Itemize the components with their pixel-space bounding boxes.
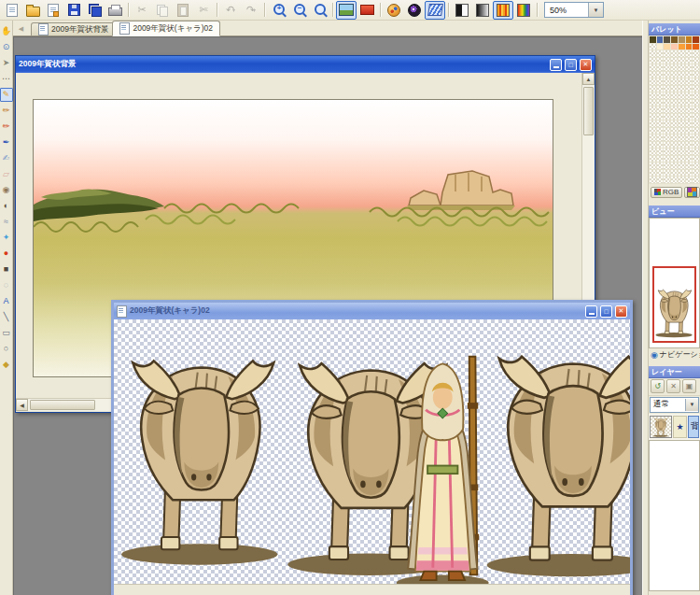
palette-empty-cell[interactable] xyxy=(664,128,670,135)
palette-swatch[interactable] xyxy=(664,44,670,50)
palette-empty-cell[interactable] xyxy=(650,142,656,149)
save-all-button[interactable] xyxy=(84,1,105,20)
save-button[interactable] xyxy=(63,1,84,20)
palette-empty-cell[interactable] xyxy=(679,170,685,177)
palette-empty-cell[interactable] xyxy=(650,170,656,177)
palette-empty-cell[interactable] xyxy=(671,149,678,155)
delete-layer-button[interactable]: ✕ xyxy=(666,379,680,393)
palette-empty-cell[interactable] xyxy=(664,156,670,163)
palette-empty-cell[interactable] xyxy=(657,170,664,177)
palette-empty-cell[interactable] xyxy=(686,86,693,92)
blend-mode-select[interactable]: 通常 ▼ xyxy=(650,397,699,413)
palette-empty-cell[interactable] xyxy=(657,92,664,99)
palette-swatch[interactable] xyxy=(679,44,685,50)
palette-empty-cell[interactable] xyxy=(664,163,670,169)
eraser-tool[interactable]: ▱ xyxy=(0,167,13,181)
palette-empty-cell[interactable] xyxy=(686,163,693,169)
palette-empty-cell[interactable] xyxy=(664,170,670,177)
palette-swatch[interactable] xyxy=(657,36,664,43)
palette-empty-cell[interactable] xyxy=(664,120,670,127)
dodge-tool[interactable]: ◐ xyxy=(0,199,13,213)
hand-tool[interactable]: ✋ xyxy=(0,24,13,38)
pen-tool[interactable]: ✎ xyxy=(0,88,13,102)
palette-empty-cell[interactable] xyxy=(657,156,664,163)
palette-empty-cell[interactable] xyxy=(664,106,670,113)
select-tool[interactable]: ➤ xyxy=(0,56,13,70)
minimize-button[interactable] xyxy=(550,59,562,71)
panel-splitter[interactable] xyxy=(642,21,649,595)
scroll-up-icon[interactable]: ▲ xyxy=(582,73,595,85)
palette-empty-cell[interactable] xyxy=(671,177,678,183)
palette-empty-cell[interactable] xyxy=(686,72,693,78)
palette-empty-cell[interactable] xyxy=(664,86,670,92)
palette-empty-cell[interactable] xyxy=(686,114,693,120)
palette-empty-cell[interactable] xyxy=(679,58,685,64)
new-document-button[interactable] xyxy=(2,1,22,20)
new-from-clipboard-button[interactable] xyxy=(43,1,63,20)
palette-empty-cell[interactable] xyxy=(686,106,693,113)
palette-empty-cell[interactable] xyxy=(664,50,670,57)
fill-tool[interactable]: ◆ xyxy=(0,358,13,372)
palette-swatch[interactable] xyxy=(650,44,656,50)
palette-panel-header[interactable]: パレット xyxy=(649,23,700,35)
tab-chara[interactable]: 2009年賀状(キャラ)02 xyxy=(112,21,220,36)
zoom-combobox[interactable]: 50% ▼ xyxy=(544,2,604,18)
view-red-toggle[interactable] xyxy=(357,1,377,20)
maximize-button[interactable]: □ xyxy=(565,59,577,71)
palette-empty-cell[interactable] xyxy=(657,100,664,106)
palette-empty-cell[interactable] xyxy=(679,86,685,92)
palette-empty-cell[interactable] xyxy=(650,149,656,155)
palette-empty-cell[interactable] xyxy=(657,114,664,120)
palette-empty-cell[interactable] xyxy=(650,177,656,183)
zoom-out-button[interactable]: − xyxy=(288,1,309,20)
palette-empty-cell[interactable] xyxy=(693,149,699,155)
vscroll-thumb[interactable] xyxy=(583,87,594,135)
minimize-button[interactable] xyxy=(585,305,597,318)
palette-empty-cell[interactable] xyxy=(650,156,656,163)
palette-empty-cell[interactable] xyxy=(679,92,685,99)
palette-empty-cell[interactable] xyxy=(693,92,699,99)
palette-empty-cell[interactable] xyxy=(671,92,678,99)
palette-empty-cell[interactable] xyxy=(679,149,685,155)
palette-empty-cell[interactable] xyxy=(664,72,670,78)
palette-empty-cell[interactable] xyxy=(650,100,656,106)
palette-empty-cell[interactable] xyxy=(679,177,685,183)
ellipse-tool[interactable]: ○ xyxy=(0,342,13,356)
palette-empty-cell[interactable] xyxy=(664,100,670,106)
palette-swatch[interactable] xyxy=(679,36,685,43)
open-button[interactable] xyxy=(22,1,43,20)
undo-button[interactable]: ↶▾ xyxy=(220,1,241,20)
palette-empty-cell[interactable] xyxy=(671,58,678,64)
palette-empty-cell[interactable] xyxy=(650,64,656,71)
palette-swatch[interactable] xyxy=(671,36,678,43)
palette-swatch[interactable] xyxy=(664,36,670,43)
palette-empty-cell[interactable] xyxy=(679,120,685,127)
maximize-button[interactable]: □ xyxy=(600,305,612,318)
palette-empty-cell[interactable] xyxy=(650,58,656,64)
palette-empty-cell[interactable] xyxy=(679,72,685,78)
airbrush-tool[interactable]: ✍ xyxy=(0,151,13,165)
palette-empty-cell[interactable] xyxy=(650,135,656,141)
palette-empty-cell[interactable] xyxy=(664,58,670,64)
palette-empty-cell[interactable] xyxy=(693,135,699,141)
chara-canvas[interactable] xyxy=(114,319,630,594)
palette-empty-cell[interactable] xyxy=(686,142,693,149)
palette-empty-cell[interactable] xyxy=(650,86,656,92)
palette-empty-cell[interactable] xyxy=(693,128,699,135)
palette-empty-cell[interactable] xyxy=(686,156,693,163)
palette-empty-cell[interactable] xyxy=(693,78,699,85)
view-panel-header[interactable]: ビュー xyxy=(649,205,700,218)
palette-empty-cell[interactable] xyxy=(671,78,678,85)
tab-background[interactable]: 2009年賀状背景 xyxy=(31,22,116,35)
palette-empty-cell[interactable] xyxy=(686,135,693,141)
palette-empty-cell[interactable] xyxy=(686,92,693,99)
palette-empty-cell[interactable] xyxy=(657,128,664,135)
palette-empty-cell[interactable] xyxy=(657,50,664,57)
eyedropper-tool[interactable]: ✦ xyxy=(0,231,13,245)
layers-panel-header[interactable]: レイヤー xyxy=(649,366,700,378)
palette-empty-cell[interactable] xyxy=(657,149,664,155)
close-button[interactable]: ✕ xyxy=(615,305,627,318)
redo-button[interactable]: ↷▾ xyxy=(241,1,261,20)
palette-empty-cell[interactable] xyxy=(664,92,670,99)
print-button[interactable] xyxy=(105,1,125,20)
